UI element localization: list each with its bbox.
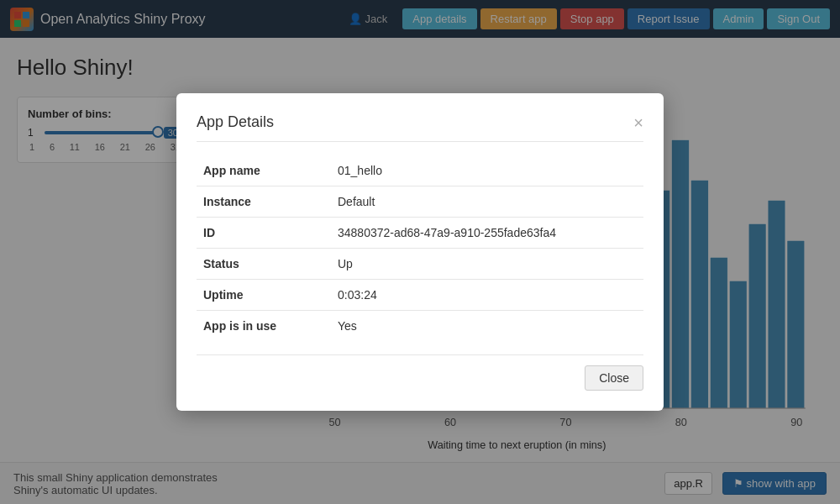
field-label: Status	[197, 249, 331, 280]
modal-overlay[interactable]: App Details × App name01_helloInstanceDe…	[0, 0, 840, 504]
modal-close-x-button[interactable]: ×	[633, 114, 643, 131]
app-details-table: App name01_helloInstanceDefaultID3488037…	[197, 155, 643, 341]
field-value: Up	[331, 249, 643, 280]
table-row: App name01_hello	[197, 155, 643, 186]
field-label: App name	[197, 155, 331, 186]
field-value: 34880372-ad68-47a9-a910-255fade63fa4	[331, 218, 643, 249]
table-row: ID34880372-ad68-47a9-a910-255fade63fa4	[197, 218, 643, 249]
field-label: ID	[197, 218, 331, 249]
field-label: Uptime	[197, 280, 331, 311]
app-details-modal: App Details × App name01_helloInstanceDe…	[176, 93, 664, 411]
table-row: App is in useYes	[197, 311, 643, 342]
modal-body: App name01_helloInstanceDefaultID3488037…	[197, 155, 643, 341]
table-row: InstanceDefault	[197, 186, 643, 218]
modal-header: App Details ×	[197, 113, 643, 142]
field-value: Default	[331, 186, 643, 218]
field-label: App is in use	[197, 311, 331, 342]
table-row: StatusUp	[197, 249, 643, 280]
field-value: 01_hello	[331, 155, 643, 186]
table-row: Uptime0:03:24	[197, 280, 643, 311]
field-value: Yes	[331, 311, 643, 342]
modal-close-button[interactable]: Close	[585, 365, 643, 391]
modal-title: App Details	[197, 113, 274, 131]
field-value: 0:03:24	[331, 280, 643, 311]
modal-footer: Close	[197, 354, 643, 391]
field-label: Instance	[197, 186, 331, 218]
